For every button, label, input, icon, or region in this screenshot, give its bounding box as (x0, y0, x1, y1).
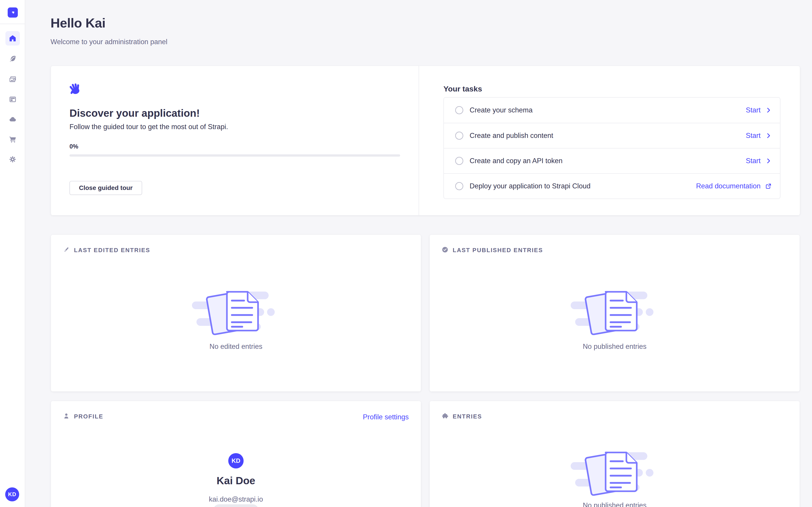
pencil-icon (63, 246, 70, 253)
task-status-circle (455, 106, 463, 114)
empty-documents-illustration (567, 285, 662, 335)
last-published-entries-card: LAST PUBLISHED ENTRIES No published entr… (430, 235, 800, 391)
empty-state-text: No edited entries (51, 342, 421, 351)
wave-hand-icon (69, 82, 82, 95)
tasks-list: Create your schema Start Create and publ… (444, 97, 780, 199)
strapi-logo[interactable] (8, 7, 18, 17)
page-subtitle: Welcome to your administration panel (51, 38, 167, 46)
empty-state-text: No published entries (430, 501, 800, 507)
profile-settings-link[interactable]: Profile settings (363, 413, 409, 421)
task-label: Create and publish content (470, 131, 553, 140)
profile-email: kai.doe@strapi.io (51, 495, 421, 503)
role-badge (213, 504, 258, 507)
task-action-label: Read documentation (696, 182, 761, 190)
sidebar-item-media-library[interactable] (5, 72, 20, 87)
gear-icon (9, 155, 17, 163)
guided-tour-card: Discover your application! Follow the gu… (51, 66, 800, 215)
task-action-label: Start (746, 131, 761, 140)
sidebar-item-settings[interactable] (5, 152, 20, 167)
cart-icon (9, 135, 17, 143)
chevron-right-icon (765, 107, 772, 114)
progress-bar (69, 154, 400, 157)
user-avatar[interactable]: KD (5, 488, 19, 501)
card-divider (419, 66, 419, 215)
task-label: Create your schema (470, 106, 532, 114)
card-title: PROFILE (74, 413, 103, 420)
task-row-create-schema: Create your schema Start (444, 98, 780, 123)
page-title: Hello Kai (51, 15, 106, 31)
guided-tour-title: Discover your application! (69, 107, 200, 119)
sidebar-divider (0, 24, 25, 24)
sidebar-item-marketplace[interactable] (5, 132, 20, 147)
profile-name: Kai Doe (51, 474, 421, 487)
chevron-right-icon (765, 158, 772, 164)
card-title: ENTRIES (453, 413, 482, 420)
last-edited-entries-card: LAST EDITED ENTRIES No edited entries (51, 235, 421, 391)
profile-avatar: KD (228, 453, 244, 468)
sidebar-item-home[interactable] (5, 31, 20, 46)
puzzle-icon (442, 412, 449, 419)
profile-card: PROFILE Profile settings KD Kai Doe kai.… (51, 401, 421, 507)
task-row-deploy-cloud: Deploy your application to Strapi Cloud … (444, 173, 780, 199)
check-circle-icon (442, 246, 449, 253)
progress-label: 0% (69, 143, 78, 150)
task-status-circle (455, 131, 463, 140)
sidebar-item-content-type-builder[interactable] (5, 92, 20, 107)
task-status-circle (455, 182, 463, 190)
task-row-publish-content: Create and publish content Start (444, 123, 780, 148)
strapi-logo-icon (9, 9, 16, 16)
task-start-link[interactable]: Start (746, 157, 772, 165)
sidebar-item-content-manager[interactable] (5, 52, 20, 66)
card-title: LAST EDITED ENTRIES (74, 247, 150, 254)
images-icon (9, 75, 17, 83)
cloud-icon (9, 115, 17, 123)
empty-state-text: No published entries (430, 342, 800, 351)
guided-tour-subtitle: Follow the guided tour to get the most o… (69, 123, 228, 131)
empty-documents-illustration (567, 446, 662, 496)
task-label: Create and copy an API token (470, 157, 563, 165)
feather-icon (9, 55, 17, 63)
task-start-link[interactable]: Start (746, 131, 772, 140)
sidebar: KD (0, 0, 25, 507)
home-icon (9, 34, 17, 42)
tasks-title: Your tasks (444, 84, 482, 93)
task-status-circle (455, 157, 463, 165)
card-title: LAST PUBLISHED ENTRIES (453, 247, 543, 254)
task-action-label: Start (746, 106, 761, 114)
external-link-icon (765, 183, 772, 189)
task-action-label: Start (746, 157, 761, 165)
person-icon (63, 412, 70, 419)
close-guided-tour-button[interactable]: Close guided tour (69, 181, 142, 195)
task-row-api-token: Create and copy an API token Start (444, 148, 780, 173)
chevron-right-icon (765, 132, 772, 139)
task-start-link[interactable]: Start (746, 106, 772, 114)
entries-card: ENTRIES No published entries (430, 401, 800, 507)
sidebar-item-cloud[interactable] (5, 112, 20, 126)
read-documentation-link[interactable]: Read documentation (696, 182, 772, 190)
task-label: Deploy your application to Strapi Cloud (470, 182, 591, 190)
empty-documents-illustration (189, 285, 283, 335)
layout-icon (9, 95, 17, 103)
